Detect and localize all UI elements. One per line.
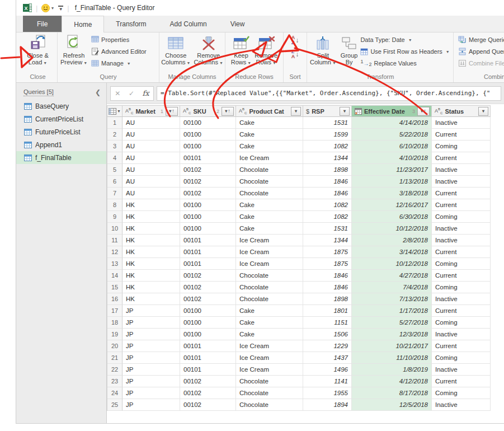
cell-effective-date[interactable]: 5/22/2018 [352, 129, 432, 140]
cell-status[interactable]: Inactive [432, 223, 491, 235]
cell-status[interactable]: Inactive [432, 235, 491, 246]
cell-rsp[interactable]: 1599 [303, 129, 352, 140]
row-number[interactable]: 6 [107, 176, 123, 188]
row-number[interactable]: 15 [107, 282, 123, 293]
cell-status[interactable]: Inactive [432, 364, 491, 376]
cell-product-cat[interactable]: Cake [236, 211, 303, 223]
row-number[interactable]: 1 [107, 117, 123, 129]
advanced-editor-button[interactable]: Advanced Editor [91, 47, 147, 56]
collapse-pane-icon[interactable]: ❮ [95, 90, 101, 95]
cell-effective-date[interactable]: 6/30/2018 [352, 211, 432, 223]
cell-product-cat[interactable]: Cake [236, 199, 303, 211]
cell-rsp[interactable]: 1894 [303, 399, 352, 411]
row-number[interactable]: 12 [107, 246, 123, 258]
cell-rsp[interactable]: 1846 [303, 270, 352, 282]
cell-status[interactable]: Current [432, 270, 491, 282]
column-header-rsp[interactable]: $RSP▾ [303, 105, 352, 117]
cell-sku[interactable]: 00100 [180, 140, 236, 152]
cell-effective-date[interactable]: 12/3/2018 [352, 329, 432, 340]
cell-rsp[interactable]: 1531 [303, 223, 352, 235]
cell-status[interactable]: Inactive [432, 164, 491, 176]
cell-sku[interactable]: 00101 [180, 246, 236, 258]
tab-add-column[interactable]: Add Column [158, 16, 219, 32]
cell-status[interactable]: Coming [432, 352, 491, 364]
cell-effective-date[interactable]: 3/18/2018 [352, 188, 432, 199]
cell-rsp[interactable]: 1846 [303, 188, 352, 199]
cell-status[interactable]: Coming [432, 258, 491, 270]
cell-market[interactable]: HK [123, 199, 180, 211]
cell-sku[interactable]: 00102 [180, 293, 236, 305]
cell-product-cat[interactable]: Chocolate [236, 176, 303, 188]
sort-descending-button[interactable]: ZA ↓ [291, 49, 299, 62]
cell-effective-date[interactable]: 11/23/2017 [352, 164, 432, 176]
filter-button[interactable]: ▾↑ [166, 107, 178, 116]
sort-ascending-button[interactable]: AZ ↓ [291, 35, 299, 48]
column-header-status[interactable]: ABCStatus▾ [432, 105, 491, 117]
row-number[interactable]: 2 [107, 129, 123, 140]
row-number[interactable]: 20 [107, 340, 123, 352]
cell-rsp[interactable]: 1344 [303, 152, 352, 164]
cell-sku[interactable]: 00100 [180, 199, 236, 211]
cell-market[interactable]: HK [123, 223, 180, 235]
row-number[interactable]: 14 [107, 270, 123, 282]
cell-product-cat[interactable]: Chocolate [236, 376, 303, 387]
cell-rsp[interactable]: 1531 [303, 117, 352, 129]
cell-sku[interactable]: 00101 [180, 340, 236, 352]
cell-sku[interactable]: 00102 [180, 282, 236, 293]
keep-rows-button[interactable]: Keep Rows▼ [229, 33, 253, 67]
cell-status[interactable]: Current [432, 246, 491, 258]
cell-market[interactable]: JP [123, 352, 180, 364]
tab-file[interactable]: File [23, 16, 62, 32]
cell-product-cat[interactable]: Cake [236, 117, 303, 129]
cell-market[interactable]: HK [123, 258, 180, 270]
cell-product-cat[interactable]: Chocolate [236, 387, 303, 399]
column-header-market[interactable]: ABCMarket1▾↑ [123, 105, 180, 117]
tab-transform[interactable]: Transform [104, 16, 158, 32]
cell-market[interactable]: AU [123, 152, 180, 164]
cell-sku[interactable]: 00100 [180, 305, 236, 317]
cell-effective-date[interactable]: 1/17/2018 [352, 305, 432, 317]
cell-market[interactable]: JP [123, 399, 180, 411]
cell-product-cat[interactable]: Cake [236, 317, 303, 329]
cell-sku[interactable]: 00100 [180, 317, 236, 329]
properties-button[interactable]: Properties [91, 35, 147, 44]
cell-market[interactable]: JP [123, 376, 180, 387]
cell-market[interactable]: AU [123, 117, 180, 129]
cell-market[interactable]: JP [123, 387, 180, 399]
cell-market[interactable]: JP [123, 340, 180, 352]
cell-rsp[interactable]: 1801 [303, 305, 352, 317]
row-number[interactable]: 13 [107, 258, 123, 270]
cell-sku[interactable]: 00100 [180, 329, 236, 340]
remove-columns-button[interactable]: Remove Columns▼ [192, 33, 225, 67]
data-type-button[interactable]: Data Type: Date ▼ [360, 35, 449, 44]
append-queries-button[interactable]: Append Queries [458, 47, 504, 56]
cell-effective-date[interactable]: 5/27/2018 [352, 317, 432, 329]
filter-button[interactable]: ▾ [291, 107, 301, 116]
cell-product-cat[interactable]: Chocolate [236, 399, 303, 411]
row-number[interactable]: 17 [107, 305, 123, 317]
replace-values-button[interactable]: 1→2 Replace Values [360, 59, 449, 68]
refresh-preview-button[interactable]: Refresh Preview▼ [59, 33, 89, 67]
cell-effective-date[interactable]: 6/10/2018 [352, 140, 432, 152]
close-and-load-button[interactable]: Close & Load▼ [25, 33, 50, 67]
row-number[interactable]: 18 [107, 317, 123, 329]
column-header-sku[interactable]: ABCSKU2▾↑ [180, 105, 236, 117]
cell-status[interactable]: Current [432, 129, 491, 140]
cell-sku[interactable]: 00101 [180, 352, 236, 364]
cell-effective-date[interactable]: 1/8/2019 [352, 364, 432, 376]
group-by-button[interactable]: Group By [339, 33, 360, 65]
cell-sku[interactable]: 00102 [180, 164, 236, 176]
cell-product-cat[interactable]: Chocolate [236, 164, 303, 176]
cell-effective-date[interactable]: 1/13/2018 [352, 176, 432, 188]
cell-market[interactable]: HK [123, 235, 180, 246]
cell-market[interactable]: HK [123, 211, 180, 223]
cell-market[interactable]: JP [123, 329, 180, 340]
cell-status[interactable]: Current [432, 199, 491, 211]
cell-effective-date[interactable]: 8/17/2018 [352, 387, 432, 399]
cell-product-cat[interactable]: Ice Cream [236, 364, 303, 376]
filter-button[interactable]: ▾↑ [417, 107, 430, 116]
filter-button[interactable]: ▾ [340, 107, 350, 116]
cell-market[interactable]: AU [123, 140, 180, 152]
cell-effective-date[interactable]: 12/16/2017 [352, 199, 432, 211]
row-number[interactable]: 21 [107, 352, 123, 364]
